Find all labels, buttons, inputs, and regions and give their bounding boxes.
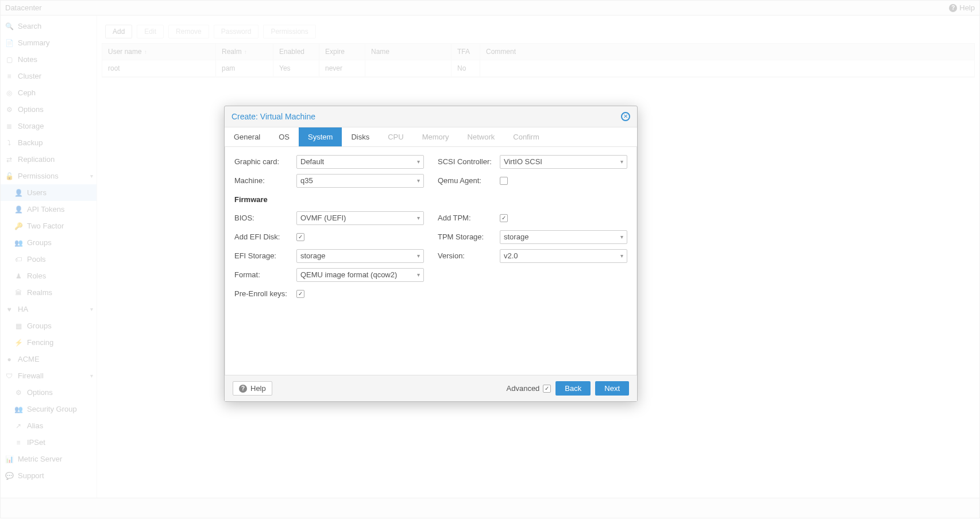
tab-network: Network — [458, 127, 504, 146]
checkbox-pre-enroll[interactable]: ✓ — [296, 290, 304, 298]
label-machine: Machine: — [234, 176, 296, 185]
combo-efi-storage[interactable]: storage ▾ — [296, 249, 424, 263]
close-icon[interactable]: ✕ — [621, 112, 630, 121]
label-version: Version: — [438, 251, 500, 260]
checkbox-advanced[interactable]: ✓ — [543, 385, 551, 393]
modal-footer: ? Help Advanced ✓ Back Next — [225, 375, 637, 401]
combo-bios[interactable]: OVMF (UEFI) ▾ — [296, 211, 424, 225]
chevron-down-icon: ▾ — [620, 234, 623, 240]
form-col-right: SCSI Controller: VirtIO SCSI ▾ Qemu Agen… — [438, 155, 627, 367]
label-add-efi: Add EFI Disk: — [234, 232, 296, 241]
advanced-toggle[interactable]: Advanced ✓ — [507, 384, 551, 393]
next-button[interactable]: Next — [595, 381, 629, 396]
tab-os[interactable]: OS — [269, 127, 299, 146]
label-format: Format: — [234, 270, 296, 279]
back-button[interactable]: Back — [555, 381, 591, 396]
chevron-down-icon: ▾ — [417, 253, 420, 259]
combo-version[interactable]: v2.0 ▾ — [500, 249, 627, 263]
modal-tabs: GeneralOSSystemDisksCPUMemoryNetworkConf… — [225, 127, 637, 147]
modal-body: Graphic card: Default ▾ Machine: q35 ▾ F… — [225, 147, 637, 375]
firmware-section: Firmware — [234, 193, 424, 206]
label-bios: BIOS: — [234, 214, 296, 222]
combo-scsi[interactable]: VirtIO SCSI ▾ — [500, 155, 627, 169]
checkbox-add-tpm[interactable]: ✓ — [500, 214, 508, 222]
tab-disks[interactable]: Disks — [342, 127, 379, 146]
label-add-tpm: Add TPM: — [438, 214, 500, 222]
checkbox-qemu-agent[interactable] — [500, 177, 508, 185]
checkbox-add-efi[interactable]: ✓ — [296, 233, 304, 241]
help-icon: ? — [239, 385, 247, 393]
combo-format[interactable]: QEMU image format (qcow2) ▾ — [296, 268, 424, 282]
help-button[interactable]: ? Help — [233, 381, 272, 396]
form-col-left: Graphic card: Default ▾ Machine: q35 ▾ F… — [234, 155, 424, 367]
modal-title: Create: Virtual Machine — [232, 112, 315, 121]
label-graphic-card: Graphic card: — [234, 157, 296, 166]
label-scsi: SCSI Controller: — [438, 157, 500, 166]
chevron-down-icon: ▾ — [417, 272, 420, 278]
create-vm-modal: Create: Virtual Machine ✕ GeneralOSSyste… — [224, 106, 638, 402]
label-tpm-storage: TPM Storage: — [438, 232, 500, 241]
combo-tpm-storage[interactable]: storage ▾ — [500, 230, 627, 244]
chevron-down-icon: ▾ — [417, 158, 420, 165]
chevron-down-icon: ▾ — [620, 253, 623, 259]
label-efi-storage: EFI Storage: — [234, 251, 296, 260]
chevron-down-icon: ▾ — [417, 177, 420, 184]
label-qemu-agent: Qemu Agent: — [438, 176, 500, 185]
combo-machine[interactable]: q35 ▾ — [296, 174, 424, 188]
label-pre-enroll: Pre-Enroll keys: — [234, 289, 296, 298]
chevron-down-icon: ▾ — [417, 215, 420, 221]
tab-system[interactable]: System — [299, 127, 342, 146]
combo-graphic-card[interactable]: Default ▾ — [296, 155, 424, 169]
chevron-down-icon: ▾ — [620, 158, 623, 165]
tab-memory: Memory — [413, 127, 458, 146]
tab-confirm: Confirm — [504, 127, 549, 146]
tab-cpu: CPU — [379, 127, 412, 146]
tab-general[interactable]: General — [225, 127, 269, 146]
